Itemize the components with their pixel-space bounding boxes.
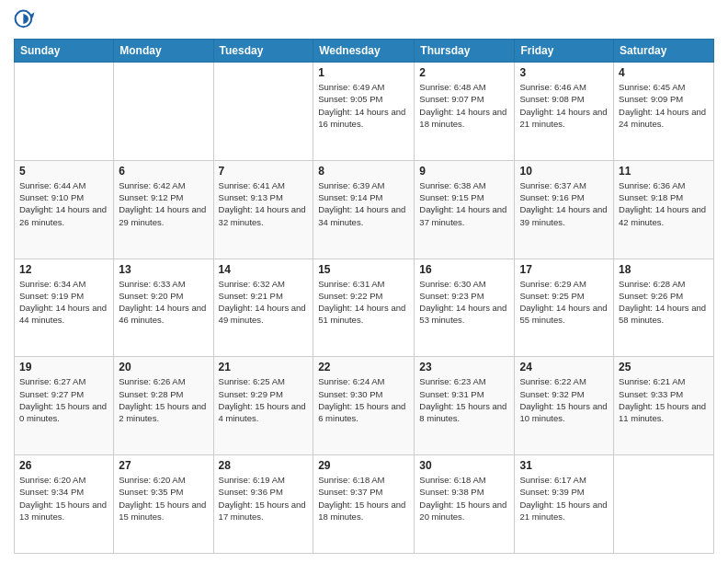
calendar-cell: 10Sunrise: 6:37 AMSunset: 9:16 PMDayligh… (515, 160, 614, 259)
day-info: Sunrise: 6:24 AMSunset: 9:30 PMDaylight:… (318, 375, 409, 424)
day-number: 17 (519, 263, 609, 276)
day-info: Sunrise: 6:37 AMSunset: 9:16 PMDaylight:… (519, 179, 609, 228)
day-info: Sunrise: 6:27 AMSunset: 9:27 PMDaylight:… (19, 375, 108, 424)
day-info: Sunrise: 6:45 AMSunset: 9:09 PMDaylight:… (619, 81, 709, 130)
calendar-cell: 21Sunrise: 6:25 AMSunset: 9:29 PMDayligh… (213, 357, 313, 455)
day-info: Sunrise: 6:20 AMSunset: 9:35 PMDaylight:… (119, 474, 208, 523)
logo-icon (14, 9, 36, 31)
calendar-cell: 25Sunrise: 6:21 AMSunset: 9:33 PMDayligh… (614, 357, 714, 455)
day-number: 4 (619, 66, 709, 79)
day-number: 12 (19, 263, 108, 276)
calendar-cell: 6Sunrise: 6:42 AMSunset: 9:12 PMDaylight… (114, 160, 213, 259)
day-info: Sunrise: 6:33 AMSunset: 9:20 PMDaylight:… (119, 278, 208, 327)
day-number: 25 (619, 361, 709, 373)
calendar-cell: 1Sunrise: 6:49 AMSunset: 9:05 PMDaylight… (313, 63, 415, 161)
calendar-cell: 23Sunrise: 6:23 AMSunset: 9:31 PMDayligh… (415, 357, 515, 455)
calendar-week-row: 1Sunrise: 6:49 AMSunset: 9:05 PMDaylight… (15, 63, 714, 161)
calendar-table: SundayMondayTuesdayWednesdayThursdayFrid… (14, 39, 714, 554)
day-number: 9 (419, 165, 509, 178)
calendar-week-row: 26Sunrise: 6:20 AMSunset: 9:34 PMDayligh… (15, 455, 714, 554)
day-info: Sunrise: 6:25 AMSunset: 9:29 PMDaylight:… (219, 375, 309, 424)
calendar-page: SundayMondayTuesdayWednesdayThursdayFrid… (0, 0, 728, 563)
calendar-week-row: 5Sunrise: 6:44 AMSunset: 9:10 PMDaylight… (15, 160, 714, 259)
calendar-cell: 24Sunrise: 6:22 AMSunset: 9:32 PMDayligh… (515, 357, 614, 455)
calendar-cell: 12Sunrise: 6:34 AMSunset: 9:19 PMDayligh… (15, 259, 114, 357)
day-info: Sunrise: 6:36 AMSunset: 9:18 PMDaylight:… (619, 179, 709, 228)
day-of-week-header: Wednesday (313, 40, 415, 63)
calendar-cell: 17Sunrise: 6:29 AMSunset: 9:25 PMDayligh… (515, 259, 614, 357)
day-info: Sunrise: 6:23 AMSunset: 9:31 PMDaylight:… (419, 375, 509, 424)
day-info: Sunrise: 6:44 AMSunset: 9:10 PMDaylight:… (19, 179, 108, 228)
calendar-week-row: 19Sunrise: 6:27 AMSunset: 9:27 PMDayligh… (15, 357, 714, 455)
day-number: 7 (219, 165, 309, 178)
day-number: 10 (519, 165, 609, 178)
day-info: Sunrise: 6:48 AMSunset: 9:07 PMDaylight:… (419, 81, 509, 130)
day-info: Sunrise: 6:34 AMSunset: 9:19 PMDaylight:… (19, 278, 108, 327)
day-info: Sunrise: 6:32 AMSunset: 9:21 PMDaylight:… (219, 278, 309, 327)
day-of-week-header: Thursday (415, 40, 515, 63)
calendar-cell (213, 63, 313, 161)
calendar-cell: 7Sunrise: 6:41 AMSunset: 9:13 PMDaylight… (213, 160, 313, 259)
day-info: Sunrise: 6:19 AMSunset: 9:36 PMDaylight:… (219, 474, 309, 523)
calendar-cell: 20Sunrise: 6:26 AMSunset: 9:28 PMDayligh… (114, 357, 213, 455)
calendar-cell (614, 455, 714, 554)
calendar-cell: 5Sunrise: 6:44 AMSunset: 9:10 PMDaylight… (15, 160, 114, 259)
days-of-week-row: SundayMondayTuesdayWednesdayThursdayFrid… (15, 40, 714, 63)
day-number: 31 (519, 459, 609, 472)
day-number: 8 (318, 165, 409, 178)
day-info: Sunrise: 6:39 AMSunset: 9:14 PMDaylight:… (318, 179, 409, 228)
day-info: Sunrise: 6:38 AMSunset: 9:15 PMDaylight:… (419, 179, 509, 228)
calendar-cell (114, 63, 213, 161)
day-info: Sunrise: 6:20 AMSunset: 9:34 PMDaylight:… (19, 474, 108, 523)
day-number: 23 (419, 361, 509, 373)
calendar-cell: 26Sunrise: 6:20 AMSunset: 9:34 PMDayligh… (15, 455, 114, 554)
calendar-cell: 18Sunrise: 6:28 AMSunset: 9:26 PMDayligh… (614, 259, 714, 357)
calendar-cell: 9Sunrise: 6:38 AMSunset: 9:15 PMDaylight… (415, 160, 515, 259)
day-number: 2 (419, 66, 509, 79)
calendar-cell: 28Sunrise: 6:19 AMSunset: 9:36 PMDayligh… (213, 455, 313, 554)
logo (14, 9, 40, 31)
day-info: Sunrise: 6:30 AMSunset: 9:23 PMDaylight:… (419, 278, 509, 327)
day-info: Sunrise: 6:21 AMSunset: 9:33 PMDaylight:… (619, 375, 709, 424)
day-number: 19 (19, 361, 108, 373)
day-info: Sunrise: 6:26 AMSunset: 9:28 PMDaylight:… (119, 375, 208, 424)
calendar-header: SundayMondayTuesdayWednesdayThursdayFrid… (15, 40, 714, 63)
calendar-cell: 22Sunrise: 6:24 AMSunset: 9:30 PMDayligh… (313, 357, 415, 455)
day-of-week-header: Sunday (15, 40, 114, 63)
calendar-week-row: 12Sunrise: 6:34 AMSunset: 9:19 PMDayligh… (15, 259, 714, 357)
day-info: Sunrise: 6:46 AMSunset: 9:08 PMDaylight:… (519, 81, 609, 130)
day-number: 6 (119, 165, 208, 178)
day-number: 3 (519, 66, 609, 79)
day-number: 1 (318, 66, 409, 79)
calendar-cell: 4Sunrise: 6:45 AMSunset: 9:09 PMDaylight… (614, 63, 714, 161)
day-info: Sunrise: 6:22 AMSunset: 9:32 PMDaylight:… (519, 375, 609, 424)
calendar-cell: 13Sunrise: 6:33 AMSunset: 9:20 PMDayligh… (114, 259, 213, 357)
page-header (14, 9, 714, 31)
day-number: 18 (619, 263, 709, 276)
day-info: Sunrise: 6:17 AMSunset: 9:39 PMDaylight:… (519, 474, 609, 523)
day-of-week-header: Monday (114, 40, 213, 63)
day-number: 5 (19, 165, 108, 178)
day-number: 20 (119, 361, 208, 373)
calendar-cell: 30Sunrise: 6:18 AMSunset: 9:38 PMDayligh… (415, 455, 515, 554)
day-number: 22 (318, 361, 409, 373)
day-info: Sunrise: 6:31 AMSunset: 9:22 PMDaylight:… (318, 278, 409, 327)
day-number: 21 (219, 361, 309, 373)
calendar-cell: 29Sunrise: 6:18 AMSunset: 9:37 PMDayligh… (313, 455, 415, 554)
calendar-cell: 19Sunrise: 6:27 AMSunset: 9:27 PMDayligh… (15, 357, 114, 455)
calendar-cell: 2Sunrise: 6:48 AMSunset: 9:07 PMDaylight… (415, 63, 515, 161)
day-info: Sunrise: 6:29 AMSunset: 9:25 PMDaylight:… (519, 278, 609, 327)
day-number: 16 (419, 263, 509, 276)
day-info: Sunrise: 6:18 AMSunset: 9:37 PMDaylight:… (318, 474, 409, 523)
day-info: Sunrise: 6:49 AMSunset: 9:05 PMDaylight:… (318, 81, 409, 130)
calendar-body: 1Sunrise: 6:49 AMSunset: 9:05 PMDaylight… (15, 63, 714, 554)
calendar-cell: 31Sunrise: 6:17 AMSunset: 9:39 PMDayligh… (515, 455, 614, 554)
calendar-cell (15, 63, 114, 161)
day-info: Sunrise: 6:18 AMSunset: 9:38 PMDaylight:… (419, 474, 509, 523)
day-of-week-header: Friday (515, 40, 614, 63)
calendar-cell: 8Sunrise: 6:39 AMSunset: 9:14 PMDaylight… (313, 160, 415, 259)
day-number: 13 (119, 263, 208, 276)
day-info: Sunrise: 6:28 AMSunset: 9:26 PMDaylight:… (619, 278, 709, 327)
day-number: 24 (519, 361, 609, 373)
calendar-cell: 3Sunrise: 6:46 AMSunset: 9:08 PMDaylight… (515, 63, 614, 161)
